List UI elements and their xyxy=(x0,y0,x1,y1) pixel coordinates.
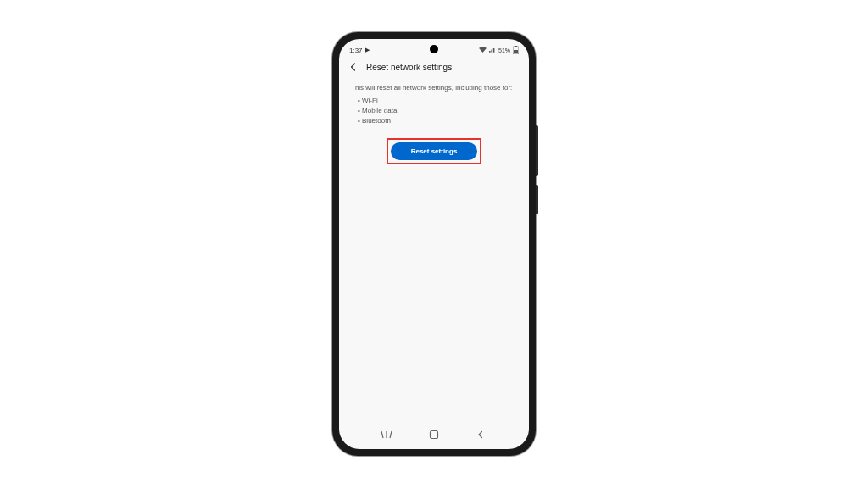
battery-icon xyxy=(513,46,519,55)
page-title: Reset network settings xyxy=(366,63,452,72)
bullet-list: • Wi-Fi • Mobile data • Bluetooth xyxy=(351,96,517,126)
fast-forward-icon: ▶ xyxy=(365,47,370,53)
bullet-item: • Wi-Fi xyxy=(358,96,517,106)
svg-rect-2 xyxy=(514,50,518,53)
recents-icon[interactable] xyxy=(379,429,396,441)
bullet-item: • Mobile data xyxy=(358,106,517,116)
reset-settings-button[interactable]: Reset settings xyxy=(391,142,478,160)
svg-rect-6 xyxy=(430,431,437,439)
page-header: Reset network settings xyxy=(339,58,529,80)
signal-icon xyxy=(489,47,496,53)
power-button xyxy=(536,185,538,214)
bullet-item: • Bluetooth xyxy=(358,116,517,126)
wifi-icon xyxy=(479,47,487,53)
navigation-bar xyxy=(339,422,529,449)
description-text: This will reset all network settings, in… xyxy=(351,83,517,92)
phone-frame: 1:37 ▶ 51% Reset network settings xyxy=(332,32,536,456)
svg-line-5 xyxy=(390,431,392,438)
svg-rect-1 xyxy=(515,46,517,47)
home-icon[interactable] xyxy=(426,429,442,441)
content-area: This will reset all network settings, in… xyxy=(339,80,529,422)
status-time: 1:37 xyxy=(349,47,363,54)
battery-percent: 51% xyxy=(498,47,510,53)
highlight-box: Reset settings xyxy=(387,138,482,164)
phone-screen: 1:37 ▶ 51% Reset network settings xyxy=(339,39,529,449)
back-nav-icon[interactable] xyxy=(472,429,489,441)
camera-notch xyxy=(430,45,438,53)
back-icon[interactable] xyxy=(348,61,359,73)
svg-line-3 xyxy=(381,431,383,438)
volume-button xyxy=(536,125,538,176)
